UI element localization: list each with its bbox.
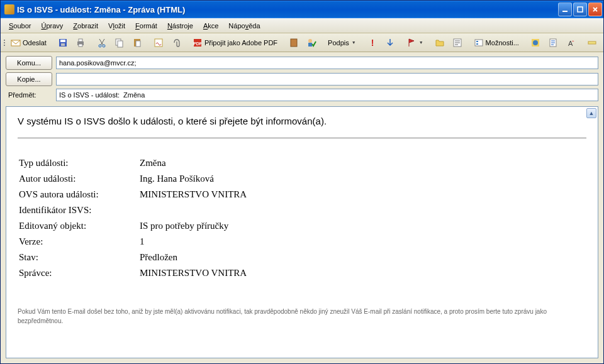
scroll-up-button[interactable]: ▲ bbox=[586, 108, 596, 118]
table-row: Identifikátor ISVS: bbox=[19, 203, 247, 218]
toolbar: Odeslat PDF Připojit jako Adobe PDF bbox=[1, 33, 603, 52]
attach-pdf-button[interactable]: PDF Připojit jako Adobe PDF bbox=[189, 35, 281, 50]
app-icon bbox=[4, 4, 14, 14]
svg-rect-12 bbox=[118, 41, 123, 47]
print-icon bbox=[76, 38, 86, 48]
menu-format[interactable]: Formát bbox=[131, 20, 162, 31]
svg-rect-1 bbox=[578, 7, 583, 12]
menu-akce[interactable]: Akce bbox=[199, 20, 223, 31]
options-button[interactable]: Možnosti... bbox=[471, 35, 522, 50]
options-label: Možnosti... bbox=[486, 39, 519, 47]
menu-napoveda[interactable]: Nápověda bbox=[224, 20, 264, 31]
exclamation-icon: ! bbox=[367, 38, 378, 48]
toolbar-grip[interactable] bbox=[3, 36, 5, 50]
menu-zobrazit[interactable]: Zobrazit bbox=[69, 20, 103, 31]
signature-insert-button[interactable] bbox=[150, 35, 167, 50]
folder-icon bbox=[435, 38, 445, 48]
save-button[interactable] bbox=[55, 35, 71, 50]
svg-text:⁺: ⁺ bbox=[572, 40, 574, 44]
event-details-table: Typ události:ZměnaAutor události:Ing. Ha… bbox=[18, 155, 248, 282]
detail-label: Autor události: bbox=[19, 172, 138, 186]
svg-rect-18 bbox=[291, 39, 297, 47]
to-input[interactable] bbox=[56, 57, 598, 69]
svg-rect-23 bbox=[475, 40, 483, 46]
minimize-button[interactable] bbox=[558, 3, 572, 16]
detail-label: Správce: bbox=[19, 266, 138, 280]
menu-nastroje[interactable]: Nástroje bbox=[163, 20, 198, 31]
svg-rect-5 bbox=[61, 43, 65, 46]
font-size-button[interactable]: A⁺ bbox=[562, 35, 579, 50]
minimize-icon bbox=[562, 6, 568, 13]
menu-soubor[interactable]: Soubor bbox=[4, 20, 35, 31]
check-names-button[interactable] bbox=[303, 35, 320, 50]
cc-input[interactable] bbox=[56, 73, 598, 85]
detail-value: Předložen bbox=[140, 250, 247, 265]
attach-button[interactable] bbox=[168, 35, 184, 50]
svg-rect-8 bbox=[79, 44, 82, 47]
print-button[interactable] bbox=[72, 35, 89, 50]
svg-rect-20 bbox=[308, 43, 312, 47]
paste-icon bbox=[132, 38, 142, 48]
message-body[interactable]: ▲ V systému IS o ISVS došlo k události, … bbox=[6, 106, 598, 358]
cc-row: Kopie... bbox=[6, 72, 598, 86]
attach-pdf-label: Připojit jako Adobe PDF bbox=[204, 39, 277, 47]
detail-value: 1 bbox=[140, 234, 247, 249]
to-row: Komu... bbox=[6, 56, 598, 70]
detail-value: MINISTERSTVO VNITRA bbox=[140, 187, 247, 202]
font-size-icon: A⁺ bbox=[566, 38, 576, 48]
accounts-button[interactable] bbox=[432, 35, 448, 50]
importance-high-button[interactable]: ! bbox=[364, 35, 381, 50]
subject-row: Předmět: bbox=[6, 89, 598, 101]
cut-button[interactable] bbox=[94, 35, 110, 50]
menubar: Soubor Úpravy Zobrazit Vložit Formát Nás… bbox=[1, 18, 603, 33]
to-button[interactable]: Komu... bbox=[6, 56, 52, 70]
subject-input[interactable] bbox=[56, 89, 598, 101]
options-icon bbox=[474, 38, 484, 48]
rules-button[interactable] bbox=[449, 35, 466, 50]
maximize-icon bbox=[577, 6, 583, 13]
table-row: Typ události:Změna bbox=[19, 156, 247, 170]
cut-icon bbox=[97, 38, 107, 48]
window-title: IS o ISVS - událost: Změna - Zpráva (HTM… bbox=[17, 5, 558, 14]
detail-label: Verze: bbox=[19, 234, 138, 249]
detail-value bbox=[140, 203, 247, 218]
address-book-button[interactable] bbox=[286, 35, 302, 50]
detail-label: Editovaný objekt: bbox=[19, 219, 138, 233]
menu-vlozit[interactable]: Vložit bbox=[104, 20, 130, 31]
svg-rect-31 bbox=[588, 41, 596, 44]
plain-text-button[interactable] bbox=[545, 35, 561, 50]
svg-rect-25 bbox=[476, 43, 478, 45]
titlebar: IS o ISVS - událost: Změna - Zpráva (HTM… bbox=[1, 1, 603, 18]
svg-rect-7 bbox=[79, 39, 82, 41]
paste-button[interactable] bbox=[129, 35, 145, 50]
paperclip-icon bbox=[171, 38, 181, 48]
flag-icon bbox=[406, 38, 417, 48]
table-row: Správce:MINISTERSTVO VNITRA bbox=[19, 266, 247, 280]
ruler-icon bbox=[587, 38, 597, 48]
maximize-button[interactable] bbox=[573, 3, 587, 16]
editing-button[interactable] bbox=[601, 35, 603, 50]
detail-value: Změna bbox=[140, 156, 247, 170]
svg-point-19 bbox=[308, 39, 312, 43]
sign-dropdown[interactable]: Podpis ▼ bbox=[325, 35, 359, 50]
html-button[interactable] bbox=[527, 35, 544, 50]
importance-low-button[interactable] bbox=[382, 35, 398, 50]
detail-label: OVS autora události: bbox=[19, 187, 138, 202]
close-button[interactable] bbox=[588, 3, 602, 16]
cc-button[interactable]: Kopie... bbox=[6, 72, 52, 86]
table-row: Stav:Předložen bbox=[19, 250, 247, 265]
arrow-down-icon bbox=[385, 38, 395, 48]
svg-rect-4 bbox=[60, 40, 65, 42]
body-divider bbox=[18, 138, 586, 138]
send-button[interactable]: Odeslat bbox=[8, 35, 50, 50]
copy-button[interactable] bbox=[111, 35, 128, 50]
menu-upravy[interactable]: Úpravy bbox=[36, 20, 67, 31]
table-row: OVS autora události:MINISTERSTVO VNITRA bbox=[19, 187, 247, 202]
ruler-button[interactable] bbox=[584, 35, 600, 50]
flag-button[interactable]: ▼ bbox=[403, 35, 427, 50]
subject-label: Předmět: bbox=[6, 91, 52, 99]
send-icon bbox=[11, 38, 21, 48]
table-row: Editovaný objekt:IS pro potřeby příručky bbox=[19, 219, 247, 233]
rules-icon bbox=[452, 38, 462, 48]
table-row: Verze:1 bbox=[19, 234, 247, 249]
